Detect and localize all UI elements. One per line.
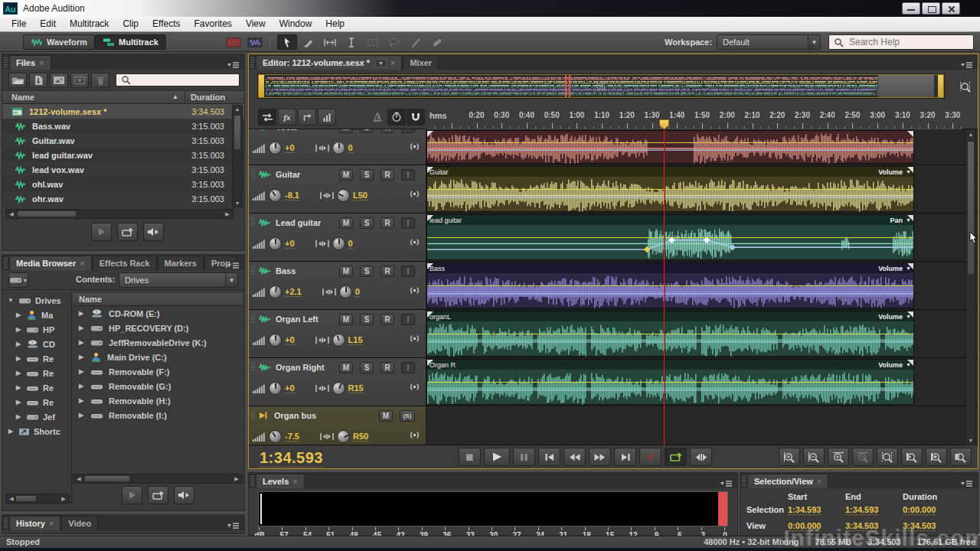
fade-out-handle[interactable] [907, 131, 913, 137]
close-tab-icon[interactable]: × [292, 477, 297, 486]
audio-clip-guitar[interactable]: GuitarVolume▼ [426, 166, 914, 212]
track-name[interactable]: Vocal [276, 129, 298, 132]
clip-title-bar[interactable]: GuitarVolume▼ [427, 167, 913, 177]
menu-view[interactable]: View [239, 17, 273, 31]
scroll-thumb[interactable] [967, 141, 975, 275]
menu-edit[interactable]: Edit [33, 17, 63, 31]
open-file-button[interactable] [8, 73, 27, 88]
expand-icon[interactable]: ▶ [15, 370, 22, 377]
stop-button[interactable] [459, 448, 481, 466]
pan-knob[interactable] [332, 382, 345, 395]
new-content-button[interactable] [50, 73, 68, 88]
automation-lanes-button[interactable] [408, 429, 421, 441]
automation-lanes-button[interactable] [408, 236, 421, 248]
fade-in-handle[interactable] [427, 311, 433, 318]
fade-in-handle[interactable] [427, 131, 433, 137]
drive-row[interactable]: ▶Removable (F:) [73, 364, 243, 379]
track-lane[interactable]: lead guitarPan▼ [426, 214, 978, 261]
column-divider[interactable] [185, 91, 185, 104]
razor-tool-button[interactable] [299, 34, 318, 50]
clip-effects-button[interactable]: fx [278, 109, 296, 126]
track-r-button[interactable]: R [381, 129, 394, 133]
track-grip[interactable] [251, 266, 255, 276]
drive-row[interactable]: ▶Removable (I:) [73, 408, 243, 422]
maximize-icon[interactable] [922, 2, 940, 15]
track-header-organ-bus[interactable]: Organ busM(S)-7.5R50 [249, 406, 426, 445]
files-search-input[interactable] [135, 74, 227, 86]
volume-knob[interactable] [269, 142, 282, 155]
close-tab-icon[interactable]: × [39, 58, 44, 67]
volume-value[interactable]: +0 [285, 143, 295, 153]
zoom-full-button[interactable] [956, 77, 975, 96]
overdub-button[interactable] [387, 109, 406, 126]
slip-tool-button[interactable] [320, 34, 340, 50]
paintbrush-tool-button[interactable] [406, 34, 426, 50]
red-clip-button[interactable] [224, 34, 243, 50]
clip-title-bar[interactable]: organLVolume▼ [427, 311, 913, 321]
selection-end-value[interactable]: 1:34.593 [845, 505, 878, 515]
audio-clip-bass[interactable]: BassVolume▼ [426, 262, 914, 308]
minimize-icon[interactable] [902, 2, 920, 15]
files-search-box[interactable] [116, 73, 240, 86]
track-s-button[interactable]: S [360, 217, 374, 229]
track-header-lead-guitar[interactable]: Lead guitarMSRI+00 [249, 214, 426, 261]
automation-lanes-button[interactable] [408, 188, 421, 200]
file-row[interactable]: 1212-volume.sesx *3:34.503 [2, 104, 244, 119]
pan-value[interactable]: 0 [348, 143, 353, 153]
preview-loop-button[interactable] [148, 486, 168, 504]
pause-button[interactable] [513, 448, 535, 466]
scroll-down-icon[interactable]: ▼ [233, 201, 242, 206]
scroll-thumb[interactable] [15, 495, 37, 502]
track-m-button[interactable]: M [339, 314, 353, 325]
track-name[interactable]: Organ Right [276, 363, 325, 372]
column-name[interactable]: Name [11, 93, 34, 102]
pan-knob[interactable] [337, 189, 350, 202]
drive-row[interactable]: ▶CD-ROM (E:) [73, 306, 243, 321]
clip-envelope-mode[interactable]: Volume [878, 361, 903, 369]
expand-icon[interactable]: ▶ [77, 310, 85, 317]
tab-selection-view[interactable]: Selection/View× [747, 474, 828, 488]
tree-item[interactable]: ▶Jef [5, 409, 70, 424]
tab-markers[interactable]: Markers [158, 256, 204, 270]
tree-item[interactable]: ▶Re [5, 351, 70, 366]
preview-autoplay-button[interactable] [174, 486, 194, 504]
track-s-button[interactable]: S [360, 362, 374, 373]
track-lane[interactable] [426, 129, 978, 165]
fade-in-handle[interactable] [427, 263, 433, 269]
scroll-right-icon[interactable]: ▶ [223, 211, 232, 217]
scroll-left-icon[interactable]: ◀ [7, 211, 16, 217]
volume-value[interactable]: +0 [285, 335, 295, 345]
zoom-full-button[interactable] [877, 448, 898, 466]
track-i-button[interactable]: I [401, 217, 415, 229]
track-grip[interactable] [251, 218, 255, 227]
track-i-button[interactable]: I [401, 266, 415, 277]
file-row[interactable]: Bass.wav3:15.003 [2, 119, 244, 133]
expand-icon[interactable]: ▶ [15, 341, 22, 347]
volume-knob[interactable] [269, 237, 282, 250]
insert-multitrack-button[interactable] [70, 73, 89, 88]
tree-item[interactable]: ▶CD [5, 337, 70, 351]
pan-knob[interactable] [339, 285, 352, 298]
menu-help[interactable]: Help [318, 17, 351, 31]
fade-in-handle[interactable] [427, 215, 433, 221]
marquee-tool-button[interactable] [363, 34, 383, 50]
track-r-button[interactable]: R [381, 314, 394, 325]
track-header-organ-left[interactable]: Organ LeftMSRI+0L15 [249, 310, 426, 357]
track-i-button[interactable]: I [401, 362, 415, 373]
scroll-down-icon[interactable]: ▼ [966, 438, 975, 443]
panel-menu-button[interactable] [960, 58, 973, 72]
help-search-box[interactable] [828, 34, 974, 50]
panel-grip[interactable] [4, 518, 8, 528]
spot-healing-tool-button[interactable] [427, 34, 447, 50]
clip-envelope-mode[interactable]: Volume [878, 313, 903, 321]
tab-effects-rack[interactable]: Effects Rack [93, 256, 157, 270]
file-row[interactable]: lead guitar.wav3:15.003 [2, 148, 244, 162]
expand-icon[interactable]: ▶ [77, 412, 85, 419]
fade-in-handle[interactable] [427, 360, 433, 366]
track-m-button[interactable]: M [339, 217, 353, 229]
panel-grip[interactable] [4, 57, 8, 67]
track-lane[interactable]: BassVolume▼ [426, 262, 978, 309]
track-i-button[interactable]: I [401, 169, 415, 181]
expand-icon[interactable]: ▶ [15, 399, 22, 406]
track-lane[interactable] [426, 406, 978, 445]
